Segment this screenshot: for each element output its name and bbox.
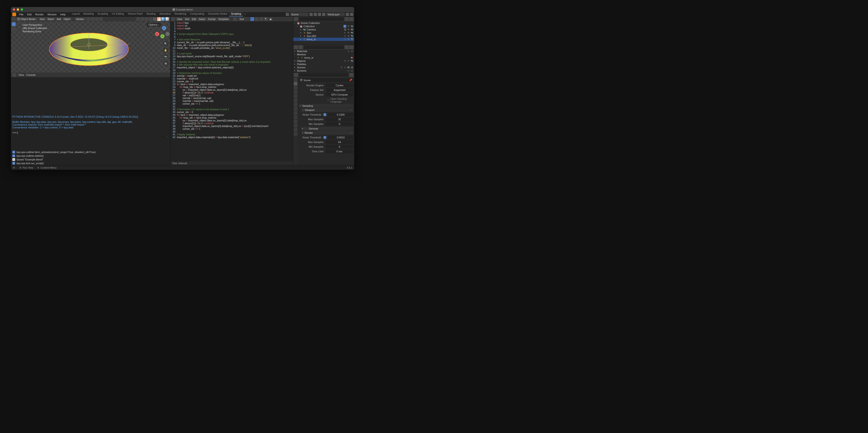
python-console[interactable]: PYTHON INTERACTIVE CONSOLE 3.10.9 (main,…: [11, 77, 170, 150]
viewlayer-icon[interactable]: [322, 13, 325, 16]
viewport-menu-select[interactable]: Select: [46, 17, 55, 21]
code-text[interactable]: import os: [177, 24, 293, 27]
datablock-list[interactable]: ▶Materials●12 ▾Meshes ▶▽torus_w⬢ ▶Object…: [293, 49, 354, 72]
datablock-search[interactable]: [304, 45, 344, 49]
code-line[interactable]: 5# Script adapted from Mark Gillespie's …: [170, 33, 293, 35]
engine-select[interactable]: Cycles: [326, 84, 353, 87]
viewport-panel[interactable]: Viewport⋮≡: [301, 108, 353, 112]
menu-file[interactable]: File: [18, 12, 25, 16]
viewport-menu-object[interactable]: Object: [62, 17, 71, 21]
outliner-item-camera[interactable]: ▶📷Camera🖼👁📷: [293, 28, 354, 31]
code-text[interactable]: import bpy: [177, 22, 293, 24]
editor-type-icon[interactable]: [12, 17, 16, 21]
tab-render-icon[interactable]: [294, 82, 298, 86]
code-line[interactable]: 36 uv = imported_object.data.uv_layers[0…: [170, 119, 293, 122]
sampling-panel[interactable]: Sampling: [299, 104, 353, 108]
tab-modeling[interactable]: Modeling: [82, 12, 96, 16]
code-text[interactable]: # Script adapted from Mark Gillespie's C…: [177, 33, 293, 35]
code-text[interactable]: [177, 130, 293, 133]
code-text[interactable]: for loop_idx in face.loop_indices:: [177, 116, 293, 119]
code-text[interactable]: uv = imported_object.data.uv_layers[0].d…: [177, 88, 293, 91]
code-line[interactable]: 10mesh_file = os.path.join(data_dir, 'to…: [170, 46, 293, 49]
gizmo-y-axis[interactable]: Y: [160, 34, 164, 38]
eye-icon[interactable]: 👁: [347, 25, 350, 28]
tab-texture-icon[interactable]: [294, 132, 298, 136]
tab-geometry-nodes[interactable]: Geometry Nodes: [206, 12, 229, 16]
pin-icon[interactable]: 📌: [349, 78, 352, 81]
code-line[interactable]: 35 for loop_idx in face.loop_indices:: [170, 116, 293, 119]
panel-options-icon[interactable]: ⋮≡: [349, 132, 352, 134]
shading-wire-icon[interactable]: [153, 17, 157, 21]
code-text[interactable]: [177, 58, 293, 61]
code-line[interactable]: 8current_file_dir = os.path.join(os.path…: [170, 41, 293, 44]
code-text[interactable]: # Identify the imported mesh. Note that …: [177, 61, 293, 63]
panel-options-icon[interactable]: ⋮≡: [349, 109, 352, 111]
gizmo-neg-axis[interactable]: [165, 32, 169, 36]
text-menu-select[interactable]: Select: [197, 17, 207, 21]
code-line[interactable]: 26 if abs(uv[1])<1e-2: continue: [170, 91, 293, 94]
tool-select-icon[interactable]: [12, 22, 16, 26]
datarow-materials[interactable]: ▶Materials●12: [293, 49, 354, 53]
code-line[interactable]: 6: [170, 35, 293, 38]
menu-help[interactable]: Help: [58, 12, 67, 16]
tab-modifier-icon[interactable]: [294, 107, 298, 111]
code-line[interactable]: 33corner_idx = 0: [170, 111, 293, 113]
code-text[interactable]: # Apply material.: [177, 133, 293, 136]
props-options-icon[interactable]: [349, 73, 353, 77]
filter-options-icon[interactable]: [349, 45, 353, 49]
code-text[interactable]: # Set mesh filename.: [177, 38, 293, 41]
gizmo-icon[interactable]: [140, 17, 144, 21]
info-line[interactable]: iSaved "Example.blend": [11, 158, 170, 161]
code-text[interactable]: imported_object.data.materials[0] = bpy.…: [177, 136, 293, 139]
tab-tool-icon[interactable]: [294, 78, 298, 81]
tab-texture-paint[interactable]: Texture Paint: [126, 12, 144, 16]
nav-gizmo[interactable]: Z X Y: [156, 26, 168, 38]
tab-uv-editing[interactable]: UV Editing: [110, 12, 126, 16]
outliner-scene-collection[interactable]: ▾📚Scene Collection: [293, 22, 354, 25]
code-line[interactable]: 13bpy.ops.import_scene.obj(filepath=mesh…: [170, 55, 293, 58]
datarow-meshes[interactable]: ▾Meshes: [293, 53, 354, 56]
datarow-screens[interactable]: ▶Screens▭11: [293, 69, 354, 72]
code-text[interactable]: minVal = min(minVal, val): [177, 97, 293, 100]
scene-selector[interactable]: Scene: [290, 12, 309, 16]
unlink-text-icon[interactable]: [260, 17, 264, 21]
code-line[interactable]: 20minVal = math.inf: [170, 74, 293, 77]
code-text[interactable]: # Determine min/max values of function.: [177, 72, 293, 74]
code-text[interactable]: for face in imported_object.data.polygon…: [177, 83, 293, 86]
text-menu-text[interactable]: Text: [184, 17, 190, 21]
code-text[interactable]: # Normalize UV values to be between 0 an…: [177, 108, 293, 111]
shading-render-icon[interactable]: [165, 17, 169, 21]
menu-edit[interactable]: Edit: [25, 12, 33, 16]
code-line[interactable]: 34for face in imported_object.data.polyg…: [170, 113, 293, 116]
code-text[interactable]: imported_object.data.uv_layers[0].data[l…: [177, 125, 293, 127]
code-line[interactable]: 40: [170, 130, 293, 133]
featureset-select[interactable]: Supported: [326, 88, 353, 92]
code-text[interactable]: if abs(uv[1])<1e-2: continue: [177, 122, 293, 125]
delete-scene-icon[interactable]: [318, 13, 321, 16]
text-datablock-icon[interactable]: [233, 17, 237, 21]
tab-viewlayer-icon[interactable]: [294, 90, 298, 94]
time-limit[interactable]: 0 sec: [326, 149, 353, 153]
code-line[interactable]: 12# Load mesh.: [170, 52, 293, 55]
new-viewlayer-icon[interactable]: [346, 13, 349, 16]
snap-type-icon[interactable]: [95, 17, 99, 21]
zoom-window-icon[interactable]: [21, 8, 23, 11]
filter-icon[interactable]: [345, 17, 349, 21]
code-line[interactable]: 1import bpy: [170, 22, 293, 24]
code-text[interactable]: imported_object = bpy.context.selected_o…: [177, 66, 293, 69]
grid-icon[interactable]: ▦: [163, 61, 168, 66]
osl-checkbox[interactable]: [327, 99, 330, 102]
gizmo-z-axis[interactable]: Z: [162, 26, 166, 30]
blender-logo-icon[interactable]: [12, 12, 16, 16]
pin-icon[interactable]: [310, 13, 313, 16]
checkbox-icon[interactable]: ✓: [343, 25, 346, 28]
eye-icon[interactable]: 👁: [347, 31, 350, 34]
code-text[interactable]: uv = imported_object.data.uv_layers[0].d…: [177, 119, 293, 122]
code-line[interactable]: 2import os: [170, 24, 293, 27]
add-workspace-button[interactable]: +: [243, 12, 247, 16]
denoise-panel[interactable]: Denoise: [301, 127, 353, 130]
text-menu-format[interactable]: Format: [207, 17, 217, 21]
outliner-item-torus_w[interactable]: ▶▽torus_w▽👁📷: [293, 38, 354, 41]
code-text[interactable]: current_file_dir = os.path.join(os.path.…: [177, 41, 293, 44]
code-text[interactable]: # Load mesh.: [177, 52, 293, 55]
